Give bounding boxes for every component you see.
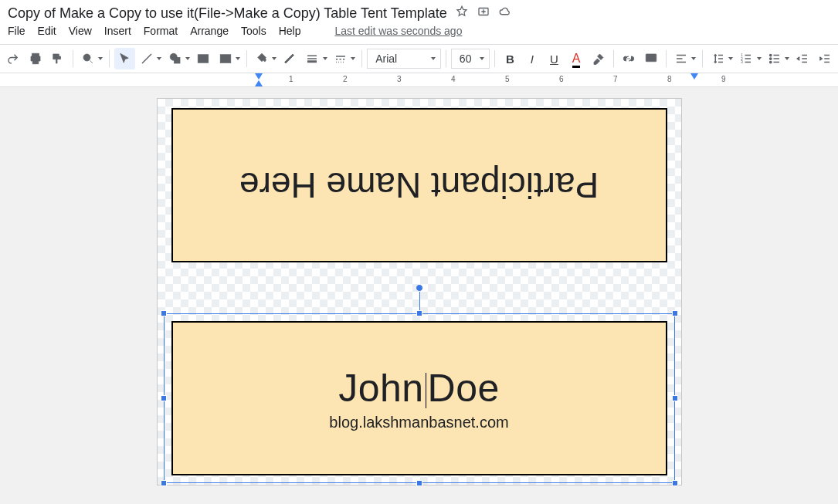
- italic-button[interactable]: I: [522, 48, 543, 69]
- canvas-workspace[interactable]: Participant Name Here John Doe JohnDoe b…: [0, 87, 838, 504]
- ruler-mark: 9: [721, 75, 726, 83]
- indent-right-marker[interactable]: [690, 73, 698, 79]
- top-tent-card[interactable]: Participant Name Here: [171, 108, 667, 262]
- menu-tools[interactable]: Tools: [241, 25, 266, 37]
- svg-point-11: [769, 54, 771, 56]
- resize-handle-e[interactable]: [672, 395, 678, 401]
- highlight-color-button[interactable]: [588, 48, 609, 69]
- rotation-connector: [419, 290, 420, 310]
- menu-format[interactable]: Format: [144, 25, 178, 37]
- svg-point-12: [769, 58, 771, 59]
- image-icon[interactable]: [215, 48, 236, 69]
- last-edit-link[interactable]: Last edit was seconds ago: [334, 25, 462, 37]
- shape-tool-icon[interactable]: [165, 48, 185, 69]
- ruler-mark: 1: [289, 75, 293, 83]
- menu-insert[interactable]: Insert: [104, 25, 131, 37]
- move-icon[interactable]: [477, 5, 490, 22]
- align-horizontal-icon[interactable]: [671, 48, 692, 69]
- svg-text:3: 3: [741, 60, 744, 64]
- line-tool-icon[interactable]: [137, 48, 158, 69]
- font-family-select[interactable]: Arial: [367, 49, 441, 69]
- ruler-mark: 5: [505, 75, 510, 83]
- decrease-indent-icon[interactable]: [792, 48, 813, 69]
- resize-handle-se[interactable]: [672, 480, 678, 486]
- doc-title[interactable]: Copy of Make a Copy to use it(File->Make…: [8, 5, 447, 22]
- textbox-icon[interactable]: [193, 48, 214, 69]
- line-spacing-icon[interactable]: [707, 48, 728, 69]
- cloud-status-icon[interactable]: [498, 5, 512, 22]
- toolbar: Arial 60 B I U A 123: [0, 44, 838, 73]
- indent-left-marker[interactable]: [255, 80, 263, 86]
- menu-edit[interactable]: Edit: [38, 25, 56, 37]
- svg-point-6: [222, 56, 224, 58]
- rotation-handle[interactable]: [416, 284, 423, 292]
- font-size-select[interactable]: 60: [451, 49, 490, 69]
- resize-handle-nw[interactable]: [161, 310, 167, 316]
- bold-button[interactable]: B: [500, 48, 521, 69]
- horizontal-ruler[interactable]: 1 2 3 4 5 6 7 8 9: [0, 73, 838, 87]
- insert-link-icon[interactable]: [619, 48, 640, 69]
- resize-handle-sw[interactable]: [161, 480, 167, 486]
- ruler-mark: 6: [559, 75, 564, 83]
- indent-first-line-marker[interactable]: [255, 73, 263, 79]
- resize-handle-s[interactable]: [416, 480, 422, 486]
- paint-format-icon[interactable]: [47, 48, 68, 69]
- menu-help[interactable]: Help: [279, 25, 301, 37]
- text-color-button[interactable]: A: [566, 48, 587, 69]
- ruler-mark: 3: [397, 75, 402, 83]
- select-tool-icon[interactable]: [114, 48, 135, 69]
- ruler-mark: 7: [613, 75, 618, 83]
- selected-shape[interactable]: John Doe JohnDoe blog.lakshmanbasnet.com: [171, 321, 667, 475]
- svg-rect-3: [174, 58, 180, 64]
- resize-handle-ne[interactable]: [672, 310, 678, 316]
- font-size-value: 60: [460, 52, 472, 65]
- selection-outline: [164, 313, 675, 483]
- resize-handle-n[interactable]: [416, 310, 422, 316]
- resize-handle-w[interactable]: [161, 395, 167, 401]
- menu-arrange[interactable]: Arrange: [190, 25, 229, 37]
- insert-comment-icon[interactable]: [640, 48, 661, 69]
- menubar: File Edit View Insert Format Arrange Too…: [0, 23, 838, 44]
- bulleted-list-icon[interactable]: [765, 48, 785, 69]
- svg-point-13: [769, 61, 771, 63]
- zoom-icon[interactable]: [78, 48, 99, 69]
- ruler-mark: 4: [451, 75, 456, 83]
- menu-view[interactable]: View: [69, 25, 92, 37]
- ruler-mark: 2: [343, 75, 348, 83]
- star-icon[interactable]: [455, 5, 469, 22]
- increase-indent-icon[interactable]: [815, 48, 836, 69]
- numbered-list-icon[interactable]: 123: [736, 48, 757, 69]
- top-card-text[interactable]: Participant Name Here: [239, 164, 599, 206]
- print-icon[interactable]: [25, 48, 46, 69]
- drawing-page[interactable]: Participant Name Here John Doe JohnDoe b…: [157, 98, 682, 485]
- underline-button[interactable]: U: [544, 48, 565, 69]
- svg-point-1: [83, 54, 90, 61]
- border-color-icon[interactable]: [280, 48, 300, 69]
- font-family-value: Arial: [375, 52, 397, 65]
- ruler-mark: 8: [667, 75, 672, 83]
- redo-icon[interactable]: [3, 48, 24, 69]
- menu-file[interactable]: File: [8, 25, 25, 37]
- border-dash-icon[interactable]: [331, 48, 351, 69]
- border-weight-icon[interactable]: [302, 48, 323, 69]
- fill-color-icon[interactable]: [252, 48, 273, 69]
